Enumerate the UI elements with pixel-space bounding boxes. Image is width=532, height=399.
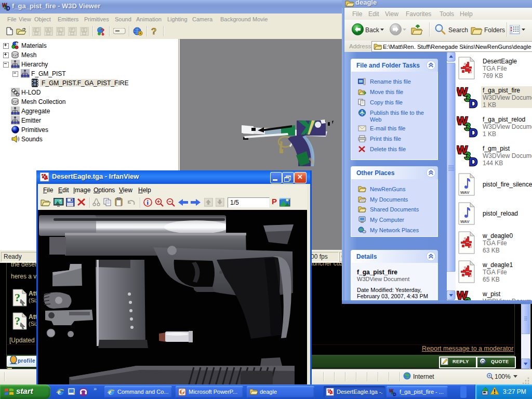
svg-text:D: D	[469, 155, 477, 167]
svg-text:D: D	[6, 6, 10, 11]
svg-text:Q: Q	[481, 359, 485, 364]
svg-text:L: L	[59, 28, 61, 32]
svg-text:E: E	[35, 28, 37, 32]
svg-text:D: D	[469, 126, 477, 138]
svg-text:WAV: WAV	[460, 219, 470, 224]
svg-text:WAV: WAV	[460, 190, 470, 195]
svg-text:?: ?	[15, 291, 20, 304]
svg-text:D: D	[393, 392, 396, 396]
svg-text:e: e	[58, 388, 61, 396]
svg-text:e: e	[109, 389, 112, 396]
svg-text:?: ?	[15, 314, 20, 327]
svg-text:i: i	[147, 199, 149, 206]
svg-text:?: ?	[151, 26, 156, 36]
svg-text:S: S	[83, 28, 85, 32]
svg-text:P: P	[71, 28, 73, 32]
svg-text:3: 3	[464, 295, 471, 300]
svg-text:A: A	[47, 28, 49, 32]
svg-text:D: D	[469, 97, 477, 109]
